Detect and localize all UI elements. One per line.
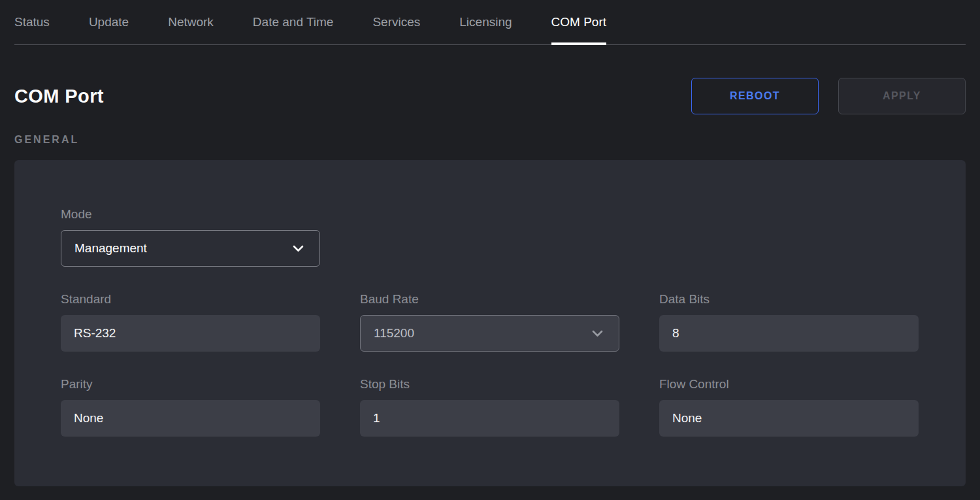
chevron-down-icon bbox=[592, 330, 603, 337]
standard-label: Standard bbox=[61, 293, 320, 306]
general-panel: Mode Management Standard RS-232 Baud Rat… bbox=[14, 160, 966, 486]
tab-services[interactable]: Services bbox=[372, 0, 420, 44]
data-bits-label: Data Bits bbox=[659, 293, 919, 306]
tab-label: Services bbox=[372, 15, 420, 29]
standard-value-field: RS-232 bbox=[61, 315, 320, 352]
tab-label: Licensing bbox=[459, 15, 512, 29]
parity-field-group: Parity None bbox=[61, 378, 320, 437]
stop-bits-field-group: Stop Bits 1 bbox=[360, 378, 619, 437]
stop-bits-value-field: 1 bbox=[360, 400, 619, 437]
data-bits-field-group: Data Bits 8 bbox=[659, 293, 919, 352]
tab-licensing[interactable]: Licensing bbox=[459, 0, 512, 44]
form-grid: Mode Management Standard RS-232 Baud Rat… bbox=[61, 208, 919, 437]
tab-date-and-time[interactable]: Date and Time bbox=[253, 0, 334, 44]
standard-field-group: Standard RS-232 bbox=[61, 293, 320, 352]
apply-button[interactable]: APPLY bbox=[838, 78, 966, 114]
flow-control-label: Flow Control bbox=[659, 378, 919, 391]
reboot-button[interactable]: REBOOT bbox=[691, 78, 819, 114]
page-header: COM Port REBOOT APPLY bbox=[14, 78, 966, 114]
tab-label: Update bbox=[89, 15, 129, 29]
chevron-down-icon bbox=[293, 245, 304, 252]
tab-network[interactable]: Network bbox=[168, 0, 214, 44]
baud-rate-label: Baud Rate bbox=[360, 293, 619, 306]
stop-bits-label: Stop Bits bbox=[360, 378, 619, 391]
mode-field-group: Mode Management bbox=[61, 208, 320, 267]
parity-value: None bbox=[74, 411, 103, 425]
standard-value: RS-232 bbox=[74, 326, 116, 341]
baud-rate-field-group: Baud Rate 115200 bbox=[360, 293, 619, 352]
flow-control-value-field: None bbox=[659, 400, 919, 437]
tab-label: Network bbox=[168, 15, 214, 29]
tab-label: Status bbox=[14, 15, 50, 29]
parity-label: Parity bbox=[61, 378, 320, 391]
stop-bits-value: 1 bbox=[373, 411, 380, 425]
mode-select[interactable]: Management bbox=[61, 230, 320, 267]
mode-value: Management bbox=[74, 241, 147, 256]
flow-control-field-group: Flow Control None bbox=[659, 378, 919, 437]
flow-control-value: None bbox=[672, 411, 702, 425]
tab-label: Date and Time bbox=[253, 15, 334, 29]
mode-label: Mode bbox=[61, 208, 320, 221]
section-title-general: GENERAL bbox=[14, 134, 966, 146]
baud-rate-select[interactable]: 115200 bbox=[360, 315, 619, 352]
tab-label: COM Port bbox=[551, 15, 606, 29]
data-bits-value-field: 8 bbox=[659, 315, 919, 352]
baud-rate-value: 115200 bbox=[374, 326, 414, 341]
tab-update[interactable]: Update bbox=[89, 0, 129, 44]
row-spacer bbox=[360, 208, 919, 267]
page-title: COM Port bbox=[14, 86, 104, 107]
tab-com-port[interactable]: COM Port bbox=[551, 0, 606, 44]
data-bits-value: 8 bbox=[672, 326, 679, 341]
settings-tabbar: Status Update Network Date and Time Serv… bbox=[14, 0, 966, 45]
parity-value-field: None bbox=[61, 400, 320, 437]
header-actions: REBOOT APPLY bbox=[691, 78, 966, 114]
tab-status[interactable]: Status bbox=[14, 0, 50, 44]
com-port-page: COM Port REBOOT APPLY GENERAL Mode Manag… bbox=[0, 78, 980, 486]
